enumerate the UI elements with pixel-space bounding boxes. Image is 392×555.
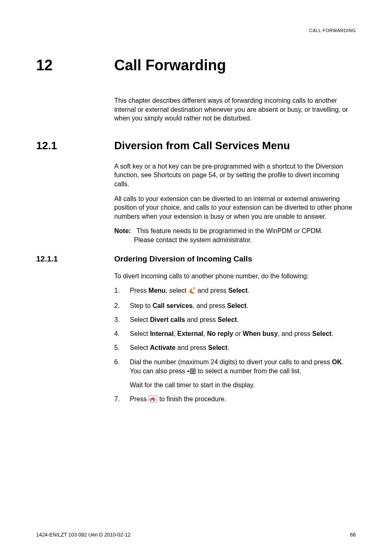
text: and press bbox=[196, 287, 228, 294]
step-number: 5. bbox=[114, 343, 130, 352]
text-bold: Activate bbox=[150, 344, 175, 351]
steps-container: 1. Press Menu, select and press Select. … bbox=[114, 286, 356, 405]
step-1: 1. Press Menu, select and press Select. bbox=[114, 286, 356, 296]
end-call-icon bbox=[148, 395, 157, 405]
section-heading: 12.1 Diversion from Call Services Menu bbox=[36, 139, 356, 152]
step-3: 3. Select Divert calls and press Select. bbox=[114, 315, 356, 324]
text-bold: Select bbox=[312, 330, 332, 337]
running-header: CALL FORWARDING bbox=[309, 28, 356, 33]
note-text-1: This feature needs to be programmed in t… bbox=[136, 227, 323, 234]
step-body: Dial the number (maximum 24 digits) to d… bbox=[130, 358, 356, 390]
note-text-2: Please contact the system administrator. bbox=[114, 236, 356, 245]
text: , select bbox=[166, 287, 188, 294]
subsection-number: 12.1.1 bbox=[36, 254, 114, 264]
section-paragraph-2: All calls to your extension can be diver… bbox=[114, 194, 356, 221]
step-body: Select Activate and press Select. bbox=[130, 343, 356, 352]
text: . bbox=[248, 287, 249, 294]
text: Select bbox=[130, 344, 150, 351]
step-number: 7. bbox=[114, 395, 130, 405]
text: Press bbox=[130, 287, 148, 294]
section-title: Diversion from Call Services Menu bbox=[114, 139, 290, 152]
section-number: 12.1 bbox=[36, 139, 114, 152]
note: Note: This feature needs to be programme… bbox=[114, 227, 356, 244]
text: to finish the procedure. bbox=[157, 395, 226, 402]
note-text-line-1 bbox=[133, 227, 136, 234]
chapter-number: 12 bbox=[36, 57, 114, 74]
subsection-title: Ordering Diversion of Incoming Calls bbox=[114, 254, 252, 264]
text-bold: Select bbox=[227, 302, 247, 309]
text-bold: Internal bbox=[150, 330, 174, 337]
text-bold: When busy bbox=[243, 330, 278, 337]
text-bold: Menu bbox=[148, 287, 166, 294]
step-2: 2. Step to Call services, and press Sele… bbox=[114, 301, 356, 310]
text: , bbox=[174, 330, 178, 337]
text-bold: OK bbox=[332, 358, 342, 365]
step-5: 5. Select Activate and press Select. bbox=[114, 343, 356, 352]
subsection-lead: To divert incoming calls to another phon… bbox=[114, 272, 356, 281]
text: . bbox=[332, 330, 333, 337]
step-body: Select Divert calls and press Select. bbox=[130, 315, 356, 324]
svg-point-6 bbox=[150, 400, 152, 401]
text-bold: External bbox=[178, 330, 203, 337]
text: , and press bbox=[278, 330, 312, 337]
step-body: Select Internal, External, No reply or W… bbox=[130, 329, 356, 338]
phone-settings-icon bbox=[188, 287, 196, 296]
step-number: 6. bbox=[114, 358, 130, 390]
chapter-title: Call Forwarding bbox=[114, 57, 226, 74]
text: . bbox=[247, 302, 248, 309]
text-bold: Select bbox=[208, 344, 227, 351]
step-body: Step to Call services, and press Select. bbox=[130, 301, 356, 310]
page-footer: 1424-EN/LZT 103 092 Uen D 2010-02-12 66 bbox=[36, 532, 356, 538]
text: Step to bbox=[130, 302, 152, 309]
text-bold: No reply bbox=[207, 330, 233, 337]
text-bold: Select bbox=[217, 316, 237, 323]
step-7: 7. Press to finish the procedure. bbox=[114, 395, 356, 405]
text: and press bbox=[185, 316, 217, 323]
section-paragraph-1: A soft key or a hot key can be pre-progr… bbox=[114, 162, 356, 189]
chapter-intro: This chapter describes different ways of… bbox=[114, 96, 356, 123]
text-bold: Select bbox=[228, 287, 247, 294]
text: or bbox=[233, 330, 243, 337]
step-body: Press to finish the procedure. bbox=[130, 395, 356, 405]
step-4: 4. Select Internal, External, No reply o… bbox=[114, 329, 356, 338]
page: CALL FORWARDING 12 Call Forwarding This … bbox=[0, 0, 392, 555]
chapter-heading: 12 Call Forwarding bbox=[36, 57, 356, 74]
call-list-icon bbox=[187, 368, 196, 377]
svg-point-0 bbox=[187, 370, 189, 372]
text: , and press bbox=[193, 302, 227, 309]
step-number: 2. bbox=[114, 301, 130, 310]
text-bold: Call services bbox=[152, 302, 193, 309]
footer-page-number: 66 bbox=[350, 532, 356, 538]
step-subparagraph: Wait for the call timer to start in the … bbox=[130, 381, 356, 390]
step-number: 4. bbox=[114, 329, 130, 338]
note-label: Note: bbox=[114, 227, 131, 234]
text: Press bbox=[130, 395, 148, 402]
text: Dial the number (maximum 24 digits) to d… bbox=[130, 358, 332, 365]
text: Select bbox=[130, 330, 150, 337]
text: . bbox=[237, 316, 239, 323]
step-body: Press Menu, select and press Select. bbox=[130, 286, 356, 296]
text: to select a number from the call list. bbox=[196, 368, 301, 375]
subsection-heading: 12.1.1 Ordering Diversion of Incoming Ca… bbox=[36, 254, 356, 264]
text: and press bbox=[175, 344, 208, 351]
text: , bbox=[203, 330, 207, 337]
step-number: 3. bbox=[114, 315, 130, 324]
text-bold: Divert calls bbox=[150, 316, 185, 323]
text: Select bbox=[130, 316, 150, 323]
text: . bbox=[227, 344, 229, 351]
step-6: 6. Dial the number (maximum 24 digits) t… bbox=[114, 358, 356, 390]
footer-left: 1424-EN/LZT 103 092 Uen D 2010-02-12 bbox=[36, 532, 131, 538]
step-number: 1. bbox=[114, 286, 130, 296]
